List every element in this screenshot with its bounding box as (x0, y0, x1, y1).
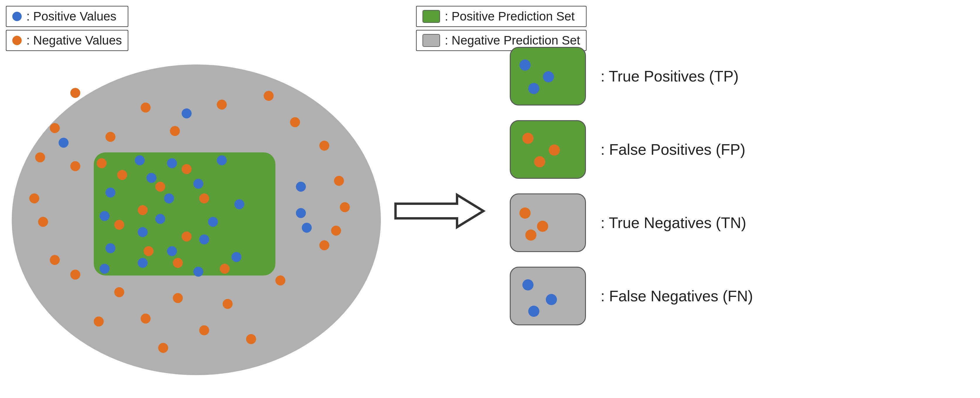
dot-orange-fp (97, 158, 107, 168)
dot-orange (331, 226, 341, 236)
dot-blue-tp (164, 193, 174, 204)
dot-blue-tp (100, 264, 110, 274)
dot-orange (319, 240, 329, 250)
dot-blue (181, 108, 192, 118)
dot-orange (50, 255, 60, 265)
dot-orange (319, 141, 329, 151)
fp-dot-orange-3 (534, 156, 545, 167)
true-negatives-label: : True Negatives (TN) (601, 214, 746, 231)
dot-orange (141, 314, 151, 323)
negative-prediction-box-icon (422, 34, 440, 47)
dot-blue-tp (105, 243, 115, 253)
main-diagram (12, 64, 381, 375)
dot-orange (35, 153, 45, 162)
dot-orange-fp (181, 164, 192, 174)
dot-orange (199, 325, 209, 335)
dot-blue-tp (155, 214, 165, 224)
dot-orange (264, 91, 274, 101)
dot-blue-tp (208, 217, 218, 227)
false-positives-panel (510, 120, 586, 179)
positive-dot-icon (12, 12, 22, 21)
dot-blue-tp (231, 252, 242, 262)
negative-values-label: : Negative Values (26, 33, 122, 48)
arrow-icon (390, 188, 489, 234)
positive-values-label: : Positive Values (26, 10, 116, 24)
dot-orange-fp (138, 205, 148, 215)
dot-blue (302, 223, 312, 233)
false-negatives-row: : False Negatives (FN) (510, 267, 753, 325)
tp-dot-blue-1 (519, 59, 531, 71)
dot-blue-tp (167, 158, 177, 168)
fn-dot-blue-2 (546, 294, 557, 305)
dot-orange-fp (199, 193, 209, 204)
dot-blue-tp (193, 179, 203, 189)
false-negatives-label: : False Negatives (FN) (601, 287, 753, 305)
dot-orange (38, 217, 48, 227)
dot-orange (340, 202, 350, 212)
dot-orange (29, 193, 39, 204)
tn-dot-orange-2 (537, 221, 548, 232)
dot-orange (70, 270, 80, 280)
fn-dot-blue-3 (528, 306, 539, 317)
dot-orange-fp (117, 170, 127, 180)
dot-orange (158, 343, 168, 353)
dot-orange (70, 88, 80, 98)
dot-orange (246, 334, 256, 344)
dot-blue (59, 138, 68, 148)
dot-blue-tp (217, 155, 227, 165)
dot-blue (296, 182, 306, 192)
legend-negative-values: : Negative Values (6, 30, 128, 51)
right-panels: : True Positives (TP) : False Positives … (510, 47, 753, 325)
dot-orange (275, 275, 285, 285)
dot-orange (70, 161, 80, 171)
dot-orange (217, 100, 227, 110)
dot-orange (94, 317, 104, 326)
dot-blue (296, 208, 306, 218)
dot-blue-tp (167, 246, 177, 256)
svg-marker-0 (396, 195, 484, 227)
dot-orange (105, 132, 115, 142)
dot-orange (170, 126, 180, 136)
tn-dot-orange-1 (519, 207, 531, 219)
fn-dot-blue-1 (522, 279, 533, 290)
true-negatives-panel (510, 193, 586, 252)
legend-positive-prediction: : Positive Prediction Set (416, 6, 587, 27)
dot-orange (173, 293, 183, 303)
false-positives-row: : False Positives (FP) (510, 120, 753, 179)
tp-dot-blue-2 (543, 71, 554, 82)
true-positives-row: : True Positives (TP) (510, 47, 753, 105)
dot-orange-fp (220, 264, 230, 274)
legend-right: : Positive Prediction Set : Negative Pre… (416, 6, 587, 51)
negative-dot-icon (12, 36, 22, 45)
dot-orange-fp (181, 231, 192, 242)
dot-blue-tp (199, 234, 209, 244)
dot-blue-tp (234, 199, 244, 209)
fp-dot-orange-2 (549, 145, 560, 156)
dot-orange (114, 287, 124, 297)
dot-orange-fp (114, 220, 124, 230)
negative-prediction-label: : Negative Prediction Set (445, 33, 580, 48)
dot-orange-fp (155, 182, 165, 192)
dot-blue-tp (193, 267, 203, 277)
dot-blue-tp (100, 211, 110, 221)
dot-orange (50, 123, 60, 133)
dot-orange (141, 103, 151, 113)
dot-orange (334, 176, 344, 186)
fp-dot-orange-1 (522, 133, 533, 144)
dot-blue-tp (146, 173, 156, 183)
positive-prediction-box-icon (422, 10, 440, 23)
true-negatives-row: : True Negatives (TN) (510, 193, 753, 252)
false-positives-label: : False Positives (FP) (601, 141, 745, 158)
dot-blue-tp (138, 227, 148, 237)
positive-prediction-label: : Positive Prediction Set (445, 10, 575, 24)
dot-blue-tp (138, 258, 148, 268)
tn-dot-orange-3 (525, 229, 536, 240)
true-positives-label: : True Positives (TP) (601, 67, 738, 85)
false-negatives-panel (510, 267, 586, 325)
dot-blue-tp (135, 155, 145, 165)
dot-orange (290, 117, 300, 127)
legend-positive-values: : Positive Values (6, 6, 128, 27)
dot-orange-fp (173, 258, 183, 268)
tp-dot-blue-3 (528, 83, 539, 94)
dot-orange (223, 299, 232, 309)
